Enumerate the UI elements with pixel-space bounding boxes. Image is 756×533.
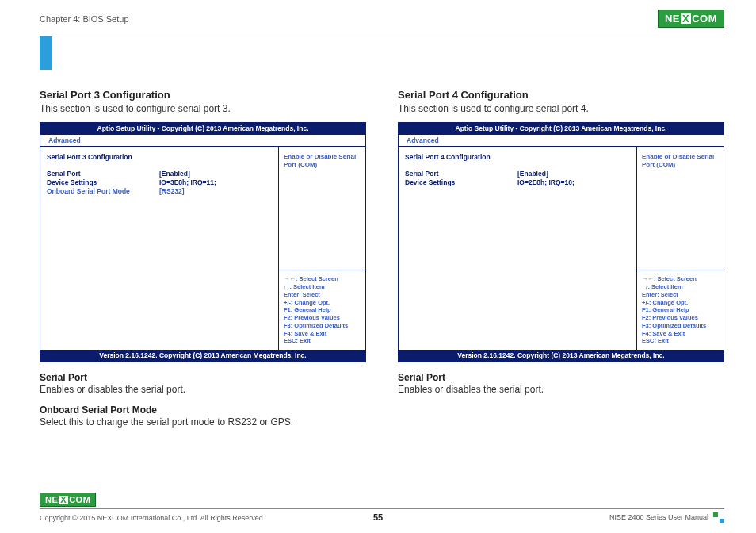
bios-screenshot-left: Aptio Setup Utility - Copyright (C) 2013… [40, 122, 366, 362]
bios-titlebar: Aptio Setup Utility - Copyright (C) 2013… [40, 123, 365, 135]
bios-key-line: →←: Select Screen [284, 275, 361, 283]
bios-key-line: F3: Optimized Defaults [642, 322, 719, 330]
item-text: Enables or disables the serial port. [40, 384, 366, 395]
bios-row-value: [Enabled] [159, 170, 272, 178]
bios-row: Serial Port[Enabled] [47, 170, 272, 178]
bios-screenshot-right: Aptio Setup Utility - Copyright (C) 2013… [398, 122, 724, 362]
bios-sidebar: Enable or Disable Serial Port (COM) →←: … [636, 147, 724, 350]
bios-sidebar: Enable or Disable Serial Port (COM) →←: … [278, 147, 365, 350]
page-header: Chapter 4: BIOS Setup NEXCOM [0, 0, 756, 33]
bios-footer: Version 2.16.1242. Copyright (C) 2013 Am… [399, 350, 724, 362]
item-heading: Serial Port [40, 372, 366, 383]
bios-key-line: ↑↓: Select Item [642, 283, 719, 291]
bios-key-line: Enter: Select [284, 291, 361, 299]
bios-key-line: F4: Save & Exit [284, 330, 361, 338]
logo-footer: NEXCOM [40, 493, 96, 507]
item-heading: Serial Port [398, 372, 724, 383]
page-number: 55 [373, 512, 383, 522]
bios-key-line: →←: Select Screen [642, 275, 719, 283]
footer-deco-icon [713, 512, 724, 523]
accent-bar [40, 36, 52, 70]
bios-row-label: Serial Port [47, 170, 159, 178]
right-desc: This section is used to configure serial… [398, 103, 724, 114]
bios-key-line: F3: Optimized Defaults [284, 322, 361, 330]
bios-titlebar: Aptio Setup Utility - Copyright (C) 2013… [399, 123, 724, 135]
copyright-text: Copyright © 2015 NEXCOM International Co… [40, 514, 265, 522]
right-title: Serial Port 4 Configuration [398, 89, 724, 101]
bios-row-value: IO=2E8h; IRQ=10; [517, 178, 630, 187]
bios-key-line: F1: General Help [284, 306, 361, 314]
bios-tab-row: Advanced [40, 135, 365, 147]
bios-key-line: +/-: Change Opt. [642, 299, 719, 307]
bios-row-value: IO=3E8h; IRQ=11; [159, 178, 272, 187]
bios-footer: Version 2.16.1242. Copyright (C) 2013 Am… [40, 350, 365, 362]
bios-key-line: F2: Previous Values [642, 314, 719, 322]
bios-main: Serial Port 4 Configuration Serial Port[… [399, 147, 636, 350]
bios-tab-advanced: Advanced [403, 136, 442, 146]
item-text: Select this to change the serial port mo… [40, 416, 366, 428]
left-title: Serial Port 3 Configuration [40, 89, 366, 101]
content-columns: Serial Port 3 Configuration This section… [0, 33, 756, 428]
bios-row: Serial Port[Enabled] [405, 170, 630, 178]
bios-row: Device SettingsIO=2E8h; IRQ=10; [405, 178, 630, 187]
bios-row-value: [RS232] [159, 187, 272, 196]
bios-row-value: [Enabled] [517, 170, 630, 178]
bios-row: Device SettingsIO=3E8h; IRQ=11; [47, 178, 272, 187]
bios-key-legend: →←: Select Screen↑↓: Select ItemEnter: S… [279, 270, 365, 350]
bios-key-legend: →←: Select Screen↑↓: Select ItemEnter: S… [637, 270, 724, 350]
bios-key-line: F1: General Help [642, 306, 719, 314]
bios-row-label: Onboard Serial Port Mode [47, 187, 159, 196]
chapter-label: Chapter 4: BIOS Setup [40, 14, 129, 24]
footer-rule [40, 508, 724, 509]
bios-key-line: ↑↓: Select Item [284, 283, 361, 291]
manual-name: NISE 2400 Series User Manual [609, 512, 724, 523]
logo-top: NEXCOM [658, 10, 724, 28]
bios-key-line: F2: Previous Values [284, 314, 361, 322]
bios-heading: Serial Port 4 Configuration [405, 153, 630, 162]
bios-help-text: Enable or Disable Serial Port (COM) [637, 147, 724, 270]
bios-key-line: ESC: Exit [642, 337, 719, 345]
right-column: Serial Port 4 Configuration This section… [398, 89, 724, 428]
item-text: Enables or disables the serial port. [398, 384, 724, 395]
bios-heading: Serial Port 3 Configuration [47, 153, 272, 162]
bios-key-line: +/-: Change Opt. [284, 299, 361, 307]
bios-row: Onboard Serial Port Mode[RS232] [47, 187, 272, 196]
bios-tab-row: Advanced [399, 135, 724, 147]
bios-row-label: Device Settings [47, 178, 159, 187]
bios-key-line: Enter: Select [642, 291, 719, 299]
left-column: Serial Port 3 Configuration This section… [40, 89, 366, 428]
bios-main: Serial Port 3 Configuration Serial Port[… [40, 147, 278, 350]
logo-badge: NEXCOM [658, 10, 724, 28]
bios-help-text: Enable or Disable Serial Port (COM) [279, 147, 365, 270]
left-desc: This section is used to configure serial… [40, 103, 366, 114]
bios-row-label: Device Settings [405, 178, 517, 187]
bios-key-line: ESC: Exit [284, 337, 361, 345]
bios-tab-advanced: Advanced [45, 136, 84, 146]
bios-key-line: F4: Save & Exit [642, 330, 719, 338]
bios-row-label: Serial Port [405, 170, 517, 178]
item-heading: Onboard Serial Port Mode [40, 405, 366, 416]
